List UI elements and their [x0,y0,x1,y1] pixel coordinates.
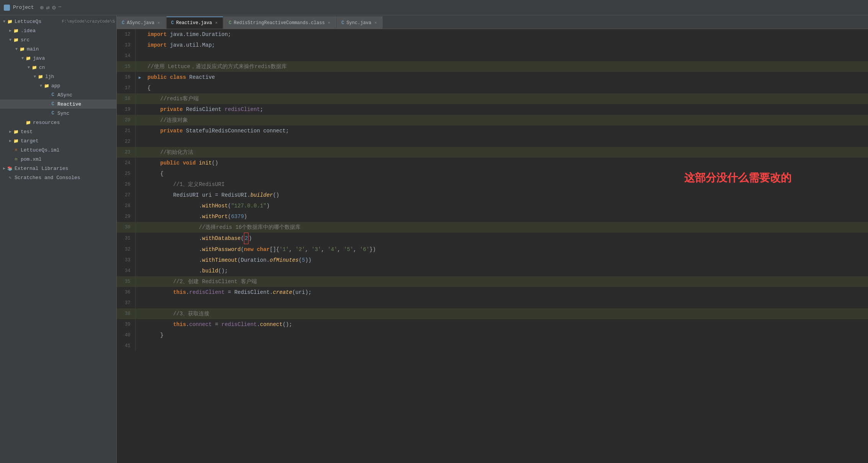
table-row: 15//使用 Lettuce，通过反应式的方式来操作redis数据库 [117,61,868,72]
table-row: 17{ [117,83,868,93]
tab-async-icon: C [122,20,124,26]
tab-redis-close[interactable]: × [327,20,331,26]
folder-icon-idea: 📁 [13,28,19,34]
folder-icon-main: 📁 [19,46,25,52]
sidebar-item-sync[interactable]: C Sync [0,109,116,118]
pom-label: pom.xml [21,157,115,162]
line-number: 41 [117,341,135,351]
line-number: 32 [117,244,135,255]
line-number: 26 [117,179,135,190]
arrow-test [8,129,13,134]
tab-async[interactable]: C ASync.java × [117,16,166,29]
sidebar-item-src[interactable]: 📁 src [0,35,116,44]
table-row: 37 [117,298,868,308]
line-gutter [135,158,144,168]
tab-async-close[interactable]: × [157,20,161,26]
java-icon-reactive: C [50,101,56,107]
sidebar-item-idea[interactable]: 📁 .idea [0,26,116,35]
reactive-label: Reactive [57,101,115,107]
project-label[interactable]: Project [13,5,34,10]
sidebar-item-external-libs[interactable]: 📚 External Libraries [0,164,116,173]
table-row: 33 .withTimeout(Duration.ofMinutes(5)) [117,255,868,266]
arrow-lettucqs [2,20,7,24]
line-number: 20 [117,115,135,126]
tab-redis-label: RedisStringReactiveCommands.class [234,20,325,26]
line-code: .build(); [144,266,868,276]
tab-reactive-close[interactable]: × [214,20,219,26]
tab-sync-close[interactable]: × [374,20,378,26]
nav-back-icon[interactable]: ⊕ [40,4,44,11]
line-gutter [135,244,144,255]
ljh-label: ljh [45,74,115,80]
close-icon[interactable]: − [58,4,62,11]
line-code: this.connect = redisClient.connect(); [144,319,868,330]
line-code: { [144,83,868,93]
tab-reactive[interactable]: C Reactive.java × [166,16,223,29]
table-row: 25 { [117,168,868,179]
tab-redis-class[interactable]: C RedisStringReactiveCommands.class × [224,16,336,29]
line-number: 23 [117,147,135,158]
line-code: //redis客户端 [144,93,868,104]
line-gutter [135,179,144,190]
line-code: .withPort(6379) [144,211,868,222]
line-number: 37 [117,298,135,308]
sidebar-item-target[interactable]: 📁 target [0,136,116,145]
sidebar-item-cn[interactable]: 📁 cn [0,63,116,72]
sidebar-item-lettucqs[interactable]: 📁 LettuceQs F:\myCode\crazyCode\S [0,17,116,26]
tab-sync-label: Sync.java [347,20,371,26]
tab-sync[interactable]: C Sync.java × [337,16,383,29]
line-gutter [135,168,144,179]
line-code [144,298,868,308]
folder-icon-java: 📁 [25,55,31,61]
table-row: 18 //redis客户端 [117,93,868,104]
sidebar-item-scratches[interactable]: ✎ Scratches and Consoles [0,173,116,182]
sidebar-item-main[interactable]: 📁 main [0,44,116,54]
table-row: 35 //2、创建 RedisClient 客户端 [117,276,868,287]
settings-icon[interactable]: ⚙ [52,4,56,11]
line-number: 34 [117,266,135,276]
table-row: 20 //连接对象 [117,115,868,126]
sidebar-item-pom[interactable]: m pom.xml [0,155,116,164]
line-number: 40 [117,330,135,341]
sidebar-item-test[interactable]: 📁 test [0,127,116,136]
sidebar: 📁 LettuceQs F:\myCode\crazyCode\S 📁 .ide… [0,15,117,463]
line-number: 38 [117,308,135,319]
line-gutter [135,115,144,126]
folder-icon-lettucqs: 📁 [7,18,13,24]
line-gutter [135,136,144,147]
tab-redis-icon: C [229,20,231,26]
sidebar-item-reactive[interactable]: C Reactive [0,99,116,109]
sidebar-item-app[interactable]: 📁 app [0,81,116,90]
async-label: ASync [57,92,115,98]
sidebar-item-async[interactable]: C ASync [0,90,116,99]
sidebar-item-iml[interactable]: ≡ LettuceQs.iml [0,145,116,155]
table-row: 13import java.util.Map; [117,40,868,51]
table-row: 34 .build(); [117,266,868,276]
sidebar-item-resources[interactable]: 📁 resources [0,118,116,127]
table-row: 36 this.redisClient = RedisClient.create… [117,287,868,298]
line-code: //连接对象 [144,115,868,126]
sidebar-item-ljh[interactable]: 📁 ljh [0,72,116,81]
line-gutter [135,287,144,298]
line-number: 16 [117,72,135,83]
target-label: target [21,138,115,144]
sidebar-item-java[interactable]: 📁 java [0,54,116,63]
code-container[interactable]: 这部分没什么需要改的 12import java.time.Duration;1… [117,29,868,463]
line-number: 36 [117,287,135,298]
line-gutter [135,233,144,244]
app-icon [4,5,10,11]
line-number: 29 [117,211,135,222]
line-number: 35 [117,276,135,287]
line-gutter: ▶ [135,72,144,83]
line-number: 13 [117,40,135,51]
scratch-icon: ✎ [7,174,13,181]
nav-split-icon[interactable]: ⇄ [46,4,50,11]
tab-sync-icon: C [342,20,344,26]
java-icon-async: C [50,92,56,98]
line-gutter [135,298,144,308]
table-row: 23 //初始化方法 [117,147,868,158]
line-code: RedisURI uri = RedisURI.builder() [144,190,868,201]
line-code: .withDatabase(2) [144,233,868,244]
line-number: 22 [117,136,135,147]
scratches-label: Scratches and Consoles [15,175,115,181]
